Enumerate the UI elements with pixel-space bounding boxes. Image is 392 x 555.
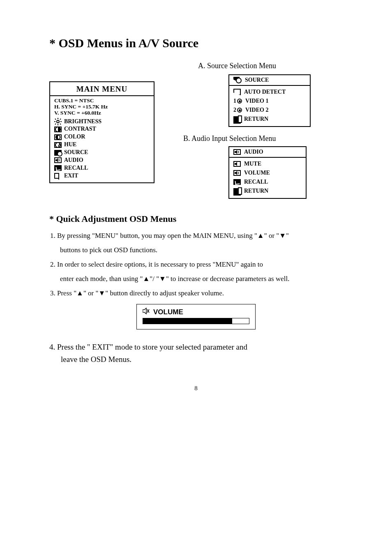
item-label: VOLUME [244,170,270,176]
svg-line-5 [55,119,56,120]
item-label: CONTRAST [64,125,96,133]
return-icon [233,116,241,122]
quick-adjust-title: * Quick Adjustment OSD Menus [49,214,343,224]
audio-recall[interactable]: RECALL [233,177,302,187]
instruction-2b: enter each mode, than using "▲"/ "▼" to … [50,273,343,285]
source-icon [54,150,62,156]
svg-marker-11 [235,162,237,166]
osd-volume-panel: VOLUME [136,304,256,329]
instruction-1a: 1. By pressing "MENU" button, you may op… [50,230,343,242]
svg-line-7 [60,119,61,120]
audio-icon [54,157,62,163]
recall-icon [54,165,62,171]
menu-item-hue[interactable]: HUE [54,141,150,149]
osd-source-menu: SOURCE AUTO DETECT 1 VIDEO 1 2 VIDEO 2 [228,74,311,127]
menu-item-exit[interactable]: EXIT [54,172,150,180]
svg-marker-10 [235,150,237,154]
contrast-icon [54,127,62,132]
item-label: VIDEO 1 [245,98,268,104]
mute-icon [233,161,241,167]
item-label: RETURN [244,116,268,122]
color-icon [54,134,62,140]
instructions-list: 1. By pressing "MENU" button, you may op… [50,230,343,299]
source-video-2[interactable]: 2 VIDEO 2 [233,106,306,115]
instruction-4: 4. Press the " EXIT" mode to store your … [49,341,343,365]
audio-return[interactable]: RETURN [233,187,302,196]
item-label: SOURCE [64,149,88,157]
source-icon [233,77,242,83]
audio-icon [233,149,241,155]
sync-line-1: CUBS.1 = NTSC [54,98,150,104]
section-a-title: A. Source Selection Menu [198,62,343,70]
item-label: RETURN [244,188,268,194]
volume-fill [143,318,232,324]
svg-line-6 [60,124,61,124]
svg-marker-9 [55,158,58,162]
hue-icon [54,142,62,148]
instruction-1b: buttons to pick out OSD functions. [50,244,343,256]
item-label: AUDIO [64,157,83,164]
svg-point-0 [57,120,59,123]
autodetect-icon [233,89,241,95]
item-label: AUTO DETECT [244,89,286,95]
volume-bar[interactable] [143,318,249,324]
page-number: 8 [49,385,343,392]
item-label: VIDEO 2 [245,107,268,113]
instruction-2a: 2. In order to select desire options, it… [50,259,343,271]
audio-title: AUDIO [244,149,263,155]
source-auto-detect[interactable]: AUTO DETECT [233,88,306,97]
osd-audio-menu: AUDIO MUTE VOLUME [228,146,307,199]
source-title: SOURCE [245,77,269,83]
instruction-4b: leave the OSD Menus. [49,353,343,365]
return-icon [233,188,241,194]
recall-icon [233,179,241,185]
svg-marker-12 [235,171,237,175]
osd-main-menu: MAIN MENU CUBS.1 = NTSC H. SYNC = +15.7K… [49,81,154,183]
instruction-3: 3. Press "▲" or "▼" button directly to a… [50,288,343,299]
menu-item-contrast[interactable]: CONTRAST [54,125,150,133]
page-title: * OSD Menus in A/V Source [49,36,343,50]
section-b-title: B. Audio Input Selection Menu [183,134,343,143]
sun-icon [54,118,62,125]
menu-item-audio[interactable]: AUDIO [54,157,150,164]
svg-line-8 [55,124,56,124]
source-return[interactable]: RETURN [233,115,306,124]
item-label: COLOR [64,133,85,141]
item-label: RECALL [64,164,88,172]
item-label: HUE [64,141,76,149]
item-label: MUTE [244,161,261,167]
exit-icon [54,173,62,179]
menu-item-color[interactable]: COLOR [54,133,150,141]
instruction-4a: 4. Press the " EXIT" mode to store your … [49,341,343,353]
menu-item-recall[interactable]: RECALL [54,164,150,172]
sync-line-2: H. SYNC = +15.7K Hz [54,104,150,110]
volume-icon [233,170,241,176]
radio-icon [237,99,242,104]
audio-mute[interactable]: MUTE [233,159,302,168]
item-label: EXIT [64,172,78,180]
item-label: BRIGHTNESS [64,118,101,126]
svg-marker-13 [143,308,146,314]
menu-item-brightness[interactable]: BRIGHTNESS [54,118,150,126]
speaker-icon [143,308,150,316]
radio-icon [237,108,242,113]
sync-line-3: V. SYNC = +60.0Hz [54,110,150,116]
source-video-1[interactable]: 1 VIDEO 1 [233,97,306,106]
item-label: RECALL [244,179,268,185]
main-menu-title: MAIN MENU [50,82,154,95]
menu-item-source[interactable]: SOURCE [54,149,150,157]
audio-volume[interactable]: VOLUME [233,168,302,177]
volume-label: VOLUME [153,308,183,316]
